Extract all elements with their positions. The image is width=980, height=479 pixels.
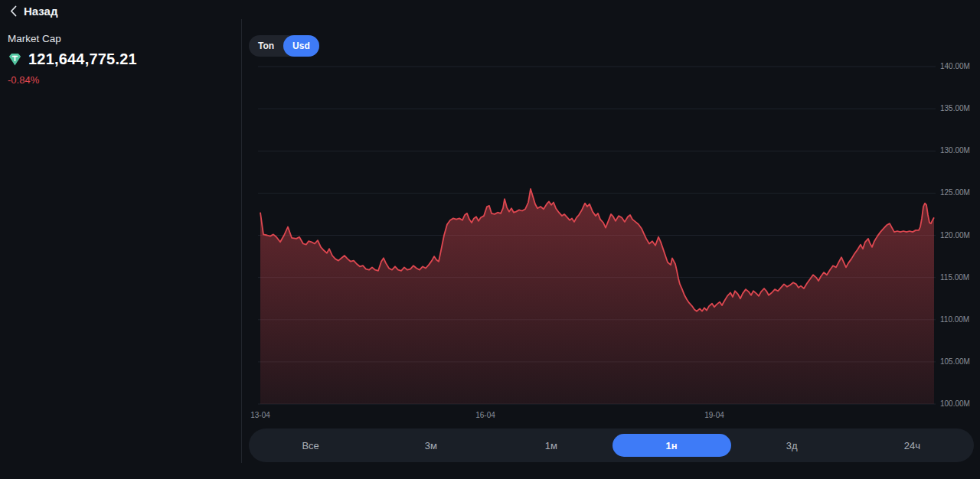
y-axis-tick-label: 135.00M	[940, 104, 970, 113]
y-axis-tick-label: 105.00M	[940, 357, 970, 367]
range-button-all[interactable]: Все	[251, 434, 370, 457]
app-root: Назад Market Cap 121,644,775.21 -0.84% T…	[0, 0, 980, 479]
x-axis-tick-label: 19-04	[704, 411, 724, 419]
range-button-3d[interactable]: 3д	[733, 434, 851, 457]
y-axis-tick-label: 110.00M	[940, 315, 969, 324]
time-range-bar: Все 3м 1м 1н 3д 24ч	[249, 428, 974, 462]
y-axis-tick-label: 120.00M	[940, 231, 970, 240]
y-axis-tick-label: 125.00M	[940, 188, 970, 197]
y-axis-tick-label: 100.00M	[940, 399, 970, 409]
range-button-1w[interactable]: 1н	[612, 434, 731, 457]
market-cap-chart[interactable]	[0, 0, 980, 479]
range-button-1m[interactable]: 1м	[492, 434, 610, 457]
y-axis-tick-label: 130.00M	[940, 146, 970, 155]
range-button-3m[interactable]: 3м	[371, 434, 490, 457]
x-axis-tick-label: 13-04	[250, 411, 270, 419]
x-axis-tick-label: 16-04	[475, 411, 495, 419]
y-axis-tick-label: 115.00M	[940, 273, 969, 282]
y-axis-tick-label: 140.00M	[940, 62, 970, 71]
range-button-24h[interactable]: 24ч	[853, 434, 972, 457]
chart-area-fill	[260, 189, 934, 404]
